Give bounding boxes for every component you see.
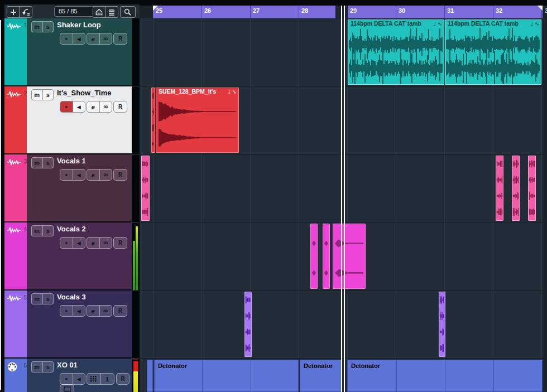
monitor-button[interactable]: ◀ bbox=[73, 33, 85, 44]
record-arm-button[interactable]: ● bbox=[60, 374, 73, 384]
track-name: Vocals 2 bbox=[57, 225, 86, 233]
clip-bar-line bbox=[396, 360, 397, 391]
midi-clip[interactable]: Detonator bbox=[300, 360, 342, 392]
track-header-vocals-2[interactable]: 4msVocals 2●◀e∞R bbox=[4, 222, 132, 289]
audio-clip[interactable] bbox=[310, 224, 318, 289]
link-button[interactable]: ∞ bbox=[100, 238, 112, 248]
track-header-vocals-3[interactable]: 5msVocals 3●◀e∞R bbox=[4, 291, 132, 357]
gutter-lane-line bbox=[132, 358, 139, 359]
monitor-button[interactable]: ◀ bbox=[73, 170, 85, 180]
lanes-icon bbox=[64, 386, 71, 392]
find-tracks-button[interactable] bbox=[121, 7, 134, 17]
audio-clip[interactable] bbox=[528, 156, 536, 221]
track-preset-button[interactable] bbox=[20, 7, 31, 17]
midi-clip[interactable]: Detonator bbox=[347, 360, 543, 392]
record-arm-button[interactable]: ● bbox=[60, 33, 73, 44]
record-arm-button[interactable]: ● bbox=[60, 170, 73, 180]
link-button[interactable]: ∞ bbox=[100, 101, 112, 112]
track-header-vocals-1[interactable]: 3msVocals 1●◀e∞R bbox=[4, 154, 132, 221]
track-header-xo-01[interactable]: 6msXO 01●◀1R bbox=[4, 359, 132, 392]
clip-waveform bbox=[142, 156, 149, 220]
solo-button[interactable]: s bbox=[43, 362, 54, 372]
audio-clip[interactable]: SUEM_128_BPM_It's♩ ∿ bbox=[156, 88, 239, 153]
read-automation-button[interactable]: R bbox=[113, 169, 127, 181]
waveform-graphic bbox=[512, 156, 519, 220]
waveform-graphic bbox=[245, 292, 251, 356]
solo-button[interactable]: s bbox=[43, 226, 54, 236]
monitor-button[interactable]: ◀ bbox=[73, 374, 85, 384]
audio-clip[interactable] bbox=[496, 156, 503, 221]
track-number: 4 bbox=[20, 226, 27, 233]
app-toolbar: 85 / 85 bbox=[4, 4, 140, 18]
read-automation-button[interactable]: R bbox=[116, 373, 129, 385]
record-arm-button[interactable]: ● bbox=[60, 238, 73, 248]
waveform-graphic bbox=[311, 224, 317, 288]
mute-button[interactable]: m bbox=[32, 90, 43, 100]
grid-line bbox=[299, 18, 299, 392]
audio-clip[interactable] bbox=[333, 224, 366, 289]
link-button[interactable]: ∞ bbox=[100, 306, 112, 316]
ruler-bar-separator bbox=[299, 6, 299, 18]
add-track-button[interactable] bbox=[7, 7, 19, 17]
mute-button[interactable]: m bbox=[32, 22, 43, 32]
audio-clip[interactable] bbox=[244, 292, 252, 357]
mute-button[interactable]: m bbox=[32, 294, 43, 304]
midi-clip[interactable]: Detonator bbox=[154, 360, 299, 392]
solo-button[interactable]: s bbox=[43, 22, 54, 32]
mute-button[interactable]: m bbox=[32, 226, 43, 236]
read-automation-button[interactable]: R bbox=[113, 305, 127, 317]
bar-number: 26 bbox=[204, 7, 211, 14]
waveform-graphic bbox=[439, 292, 445, 356]
track-number: 1 bbox=[20, 22, 27, 28]
record-arm-button[interactable]: ● bbox=[60, 101, 73, 112]
track-header-shaker-loop[interactable]: 1msShaker Loop●◀e∞R bbox=[4, 18, 132, 85]
audio-clip[interactable] bbox=[323, 224, 330, 289]
monitor-button[interactable]: ◀ bbox=[73, 101, 85, 112]
waveform-graphic bbox=[496, 156, 503, 220]
edit-channel-button[interactable]: e bbox=[87, 170, 100, 180]
clip-waveform bbox=[348, 20, 444, 84]
audio-clip[interactable]: 114bpm DELTA CAT tamb♩ ∿ bbox=[445, 20, 541, 85]
track-header-it-s-show-time[interactable]: 2msIt's_Show_Time●◀e∞R bbox=[4, 86, 132, 153]
midi-clip[interactable] bbox=[147, 360, 153, 392]
grid-line bbox=[541, 18, 542, 392]
track-color-strip bbox=[4, 18, 27, 85]
clip-waveform bbox=[245, 292, 251, 356]
record-arm-button[interactable]: ● bbox=[60, 306, 73, 316]
link-button[interactable]: ∞ bbox=[100, 33, 112, 44]
clip-waveform bbox=[156, 88, 238, 152]
audio-clip[interactable]: 114bpm DELTA CAT tamb♩ ∿ bbox=[348, 20, 444, 85]
solo-button[interactable]: s bbox=[43, 90, 54, 100]
edit-channel-button[interactable]: e bbox=[87, 101, 100, 112]
mute-solo-group: ms bbox=[31, 21, 54, 32]
solo-button[interactable]: s bbox=[43, 158, 54, 168]
audio-clip[interactable] bbox=[439, 292, 445, 357]
read-automation-button[interactable]: R bbox=[113, 33, 127, 45]
edit-link-group: e∞ bbox=[87, 33, 112, 45]
show-lanes-button[interactable] bbox=[60, 384, 74, 392]
clip-bar-line bbox=[251, 360, 251, 391]
audio-clip[interactable] bbox=[512, 156, 520, 221]
mute-button[interactable]: m bbox=[32, 158, 43, 168]
playhead[interactable] bbox=[341, 6, 345, 392]
audio-clip[interactable] bbox=[151, 88, 155, 153]
edit-channel-button[interactable]: e bbox=[87, 306, 100, 316]
track-list-setup-button[interactable] bbox=[105, 7, 117, 17]
workspace-button[interactable] bbox=[93, 7, 105, 17]
mute-button[interactable]: m bbox=[32, 362, 43, 372]
monitor-button[interactable]: ◀ bbox=[73, 238, 85, 248]
track-visibility-counter[interactable]: 85 / 85 bbox=[54, 6, 96, 17]
solo-button[interactable]: s bbox=[43, 294, 54, 304]
edit-channel-button[interactable]: e bbox=[87, 33, 100, 44]
channel-grid-icon bbox=[87, 374, 101, 384]
link-button[interactable]: ∞ bbox=[100, 170, 112, 180]
record-monitor-group: ●◀ bbox=[60, 101, 85, 113]
monitor-button[interactable]: ◀ bbox=[73, 306, 85, 316]
level-meter-xo-yellow bbox=[133, 371, 138, 392]
edit-channel-button[interactable]: e bbox=[87, 238, 100, 248]
read-automation-button[interactable]: R bbox=[113, 237, 127, 249]
bar-number: 27 bbox=[253, 7, 260, 14]
audio-clip[interactable] bbox=[141, 156, 150, 221]
read-automation-button[interactable]: R bbox=[113, 101, 127, 113]
home-icon bbox=[95, 8, 103, 16]
